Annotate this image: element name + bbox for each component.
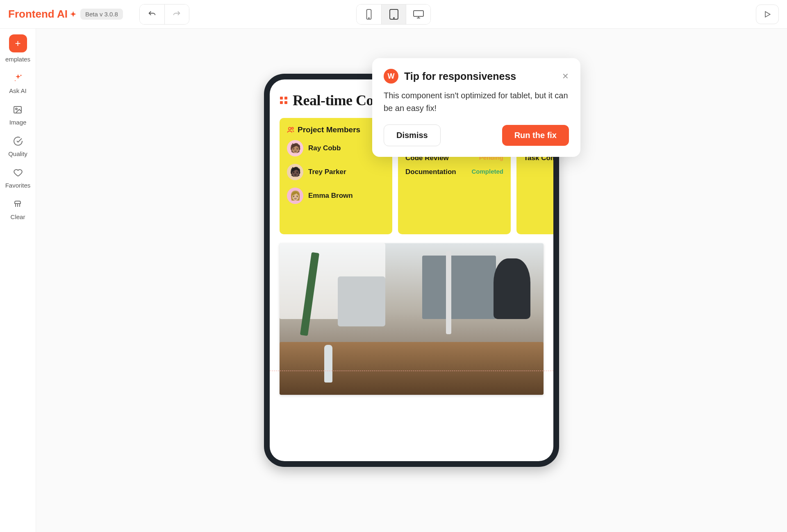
desktop-view-button[interactable]	[406, 5, 430, 24]
close-icon[interactable]: ✕	[562, 72, 569, 80]
photo-person	[494, 258, 530, 319]
card-header: Project Members	[287, 125, 385, 134]
grid-icon	[280, 96, 288, 104]
undo-button[interactable]	[140, 5, 164, 24]
app-name: Frontend AI	[8, 8, 68, 20]
sparkles-icon	[12, 72, 24, 84]
dismiss-button[interactable]: Dismiss	[384, 125, 441, 146]
run-button[interactable]	[756, 5, 779, 24]
popup-header: W Tip for responsiveness ✕	[384, 69, 569, 84]
photo-bottle	[324, 345, 332, 383]
version-badge: Beta v 3.0.8	[80, 9, 123, 20]
svg-rect-12	[280, 101, 283, 104]
image-icon	[12, 104, 23, 115]
svg-rect-4	[414, 11, 423, 16]
people-icon	[287, 126, 294, 134]
sidebar-item-label: emplates	[5, 56, 30, 63]
member-row: 🧑🏽 Ray Cobb	[287, 140, 385, 156]
avatar: 🧑🏽	[287, 140, 303, 156]
topbar: Frontend AI ✦ Beta v 3.0.8	[0, 0, 787, 29]
svg-point-7	[15, 80, 16, 81]
task-name: Documentation	[405, 168, 456, 176]
svg-point-9	[16, 108, 17, 110]
svg-rect-13	[284, 101, 287, 104]
photo-lamp	[446, 251, 451, 335]
broom-icon	[12, 199, 23, 210]
desktop-icon	[413, 9, 424, 19]
undo-icon	[148, 10, 157, 19]
sidebar-add[interactable]: + emplates	[5, 34, 30, 63]
redo-button[interactable]	[164, 5, 189, 24]
sparkle-icon: ✦	[70, 10, 76, 19]
plus-icon: +	[9, 34, 27, 52]
overflow-guide-line	[270, 371, 553, 371]
avatar: 🧑🏿	[287, 164, 303, 180]
popup-title: Tip for responsiveness	[404, 70, 516, 82]
sidebar-quality[interactable]: Quality	[8, 136, 27, 157]
workspace-photo	[280, 243, 544, 395]
svg-marker-5	[765, 11, 770, 17]
tablet-icon	[389, 9, 399, 20]
sidebar-item-label: Ask AI	[9, 87, 27, 94]
member-name: Trey Parker	[308, 168, 346, 176]
popup-actions: Dismiss Run the fix	[384, 125, 569, 146]
task-row: Documentation Completed	[405, 168, 503, 176]
mobile-icon	[364, 9, 373, 20]
play-icon	[763, 10, 771, 18]
heart-icon	[12, 167, 24, 179]
sidebar-clear[interactable]: Clear	[11, 199, 25, 220]
member-row: 👩🏼 Emma Brown	[287, 188, 385, 204]
canvas[interactable]: Real-time Collaboration Da Project Membe…	[36, 29, 787, 532]
sidebar-ask-ai[interactable]: Ask AI	[9, 72, 27, 94]
sidebar-image[interactable]: Image	[9, 104, 27, 126]
check-circle-icon	[12, 136, 24, 147]
run-fix-button[interactable]: Run the fix	[502, 125, 569, 146]
photo-imac	[338, 276, 385, 326]
history-controls	[139, 4, 189, 25]
popup-logo-icon: W	[384, 69, 398, 84]
mobile-view-button[interactable]	[357, 5, 381, 24]
sidebar-item-label: Favorites	[5, 182, 31, 189]
svg-point-6	[20, 75, 21, 76]
sidebar-favorites[interactable]: Favorites	[5, 167, 31, 189]
popup-body: This component isn't optimized for table…	[384, 89, 569, 115]
svg-point-14	[289, 127, 291, 130]
svg-point-3	[394, 18, 394, 18]
svg-rect-11	[284, 97, 287, 100]
svg-point-15	[291, 127, 293, 129]
responsiveness-popup: W Tip for responsiveness ✕ This componen…	[372, 58, 580, 157]
redo-icon	[172, 10, 181, 19]
svg-rect-10	[280, 97, 283, 100]
sidebar-item-label: Quality	[8, 150, 27, 157]
sidebar-item-label: Clear	[11, 213, 25, 220]
main-area: + emplates Ask AI Image Quality Favori	[0, 29, 787, 532]
member-row: 🧑🏿 Trey Parker	[287, 164, 385, 180]
task-status: Completed	[471, 168, 503, 176]
photo-desk	[280, 342, 544, 395]
app-logo: Frontend AI ✦	[8, 8, 76, 20]
tablet-view-button[interactable]	[381, 5, 406, 24]
sidebar: + emplates Ask AI Image Quality Favori	[0, 29, 36, 532]
avatar: 👩🏼	[287, 188, 303, 204]
member-name: Ray Cobb	[308, 144, 341, 152]
device-switch	[356, 4, 431, 25]
member-name: Emma Brown	[308, 192, 353, 200]
photo-monitor	[422, 256, 496, 319]
svg-point-1	[368, 18, 369, 18]
card-header-text: Project Members	[298, 125, 360, 134]
logo-group: Frontend AI ✦ Beta v 3.0.8	[8, 8, 123, 20]
sidebar-item-label: Image	[9, 119, 27, 126]
